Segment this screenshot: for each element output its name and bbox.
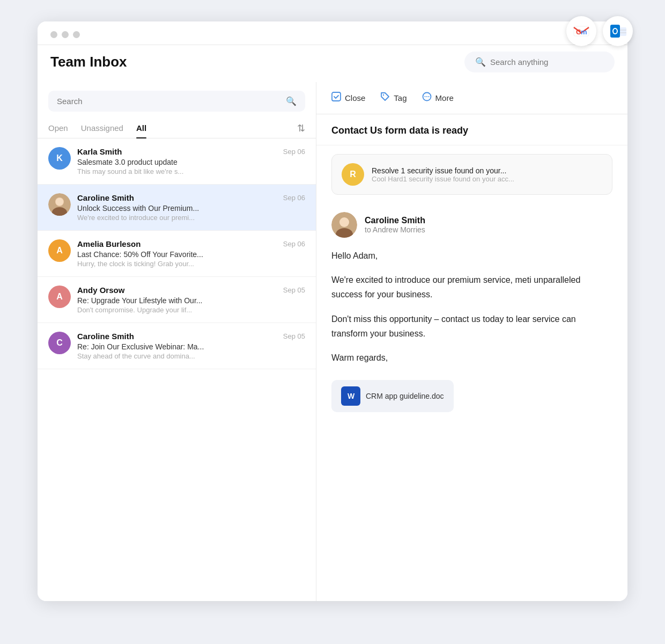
panel-search-area: 🔍 [38, 82, 316, 118]
email-preview-4: Don't compromise. Upgrade your lif... [77, 306, 305, 314]
window-dot-2 [62, 31, 69, 38]
attachment[interactable]: W CRM app guideline.doc [331, 380, 454, 412]
tab-open[interactable]: Open [48, 118, 68, 138]
window-dots [50, 31, 615, 38]
email-subject-1: Salesmate 3.0 product update [77, 158, 305, 166]
email-body-4: Andy Orsow Sep 05 Re: Upgrade Your Lifes… [77, 286, 305, 314]
more-action-button[interactable]: More [422, 92, 454, 104]
avatar-caroline-2: C [48, 332, 71, 354]
email-meta-4: Andy Orsow Sep 05 [77, 286, 305, 295]
email-body-text: Hello Adam, We're excited to introduce o… [331, 248, 612, 365]
left-panel: 🔍 Open Unassigned All ⇅ K Karla Smith [38, 82, 316, 601]
notif-title: Resolve 1 security issue found on your..… [372, 166, 514, 175]
main-content: 🔍 Open Unassigned All ⇅ K Karla Smith [38, 82, 627, 601]
close-action-icon [331, 92, 341, 104]
attachment-filename: CRM app guideline.doc [366, 392, 444, 400]
close-action-button[interactable]: Close [331, 92, 365, 104]
action-bar: Close Tag [316, 82, 627, 114]
email-detail: Caroline Smith to Andrew Morries Hello A… [316, 203, 627, 601]
email-subject-3: Last Chance: 50% Off Your Favorite... [77, 250, 305, 259]
email-tabs: Open Unassigned All ⇅ [38, 118, 316, 138]
outlook-icon-btn[interactable] [603, 16, 633, 46]
svg-point-13 [56, 198, 63, 206]
email-body-5: Caroline Smith Sep 05 Re: Join Our Exclu… [77, 332, 305, 360]
svg-point-18 [426, 96, 427, 97]
email-meta-2: Caroline Smith Sep 06 [77, 193, 305, 202]
page-title: Team Inbox [50, 54, 127, 70]
gmail-icon-btn[interactable]: G m [566, 16, 596, 46]
svg-point-17 [424, 96, 425, 97]
sort-icon[interactable]: ⇅ [297, 122, 305, 134]
detail-sender-info: Caroline Smith to Andrew Morries [365, 216, 425, 234]
svg-point-15 [383, 94, 384, 96]
email-meta-5: Caroline Smith Sep 05 [77, 332, 305, 341]
avatar-andy: A [48, 286, 71, 308]
email-subject-5: Re: Join Our Exclusive Webinar: Ma... [77, 342, 305, 351]
email-subject-header: Contact Us form data is ready [316, 114, 627, 145]
svg-text:m: m [581, 28, 587, 36]
panel-search-icon: 🔍 [286, 96, 297, 106]
email-body-3: Amelia Burleson Sep 06 Last Chance: 50% … [77, 239, 305, 268]
detail-to: to Andrew Morries [365, 225, 425, 234]
email-item-5[interactable]: C Caroline Smith Sep 05 Re: Join Our Exc… [38, 323, 316, 369]
svg-point-19 [428, 96, 429, 97]
more-action-icon [422, 92, 432, 104]
email-para-2: Don't miss this opportunity – contact us… [331, 312, 612, 341]
top-app-icons: G m [566, 16, 633, 46]
email-list: K Karla Smith Sep 06 Salesmate 3.0 produ… [38, 138, 316, 601]
tab-all[interactable]: All [136, 118, 146, 138]
global-search-bar[interactable]: 🔍 [464, 52, 615, 72]
notif-content: Resolve 1 security issue found on your..… [372, 166, 514, 183]
avatar-amelia: A [48, 239, 71, 262]
email-item-1[interactable]: K Karla Smith Sep 06 Salesmate 3.0 produ… [38, 138, 316, 185]
panel-search-box[interactable]: 🔍 [48, 91, 305, 112]
email-body-1: Karla Smith Sep 06 Salesmate 3.0 product… [77, 147, 305, 175]
avatar-caroline [48, 193, 71, 216]
attachment-icon: W [341, 386, 360, 406]
email-detail-header: Caroline Smith to Andrew Morries [331, 212, 612, 238]
svg-point-6 [614, 29, 617, 33]
email-para-3: Warm regards, [331, 350, 612, 365]
email-para-1: We're excited to introduce our premium s… [331, 273, 612, 302]
window-dot-3 [73, 31, 80, 38]
svg-rect-7 [620, 27, 626, 36]
email-date-1: Sep 06 [283, 148, 305, 156]
window-chrome [38, 21, 627, 45]
notif-subtitle: Cool Hard1 security issue found on your … [372, 175, 514, 183]
email-sender-4: Andy Orsow [77, 286, 124, 295]
tag-action-label: Tag [394, 93, 407, 103]
notification-card[interactable]: R Resolve 1 security issue found on your… [331, 154, 612, 195]
svg-point-21 [339, 217, 349, 227]
email-item-3[interactable]: A Amelia Burleson Sep 06 Last Chance: 50… [38, 231, 316, 277]
detail-sender-name: Caroline Smith [365, 216, 425, 225]
tab-unassigned[interactable]: Unassigned [81, 118, 123, 138]
tag-action-button[interactable]: Tag [380, 92, 407, 104]
email-item-2[interactable]: Caroline Smith Sep 06 Unlock Success wit… [38, 185, 316, 231]
email-body-2: Caroline Smith Sep 06 Unlock Success wit… [77, 193, 305, 222]
panel-search-input[interactable] [57, 97, 282, 106]
more-action-label: More [435, 93, 454, 103]
global-search-icon: 🔍 [475, 57, 486, 67]
svg-rect-14 [332, 92, 341, 101]
email-item-4[interactable]: A Andy Orsow Sep 05 Re: Upgrade Your Lif… [38, 277, 316, 323]
email-subject-4: Re: Upgrade Your Lifestyle with Our... [77, 296, 305, 305]
tag-action-icon [380, 92, 390, 104]
email-para-0: Hello Adam, [331, 248, 612, 263]
right-panel: Close Tag [316, 82, 627, 601]
email-preview-3: Hurry, the clock is ticking! Grab your..… [77, 260, 305, 268]
email-date-2: Sep 06 [283, 194, 305, 202]
close-action-label: Close [345, 93, 365, 103]
email-preview-2: We're excited to introduce our premi... [77, 214, 305, 222]
detail-sender-avatar [331, 212, 357, 238]
email-date-3: Sep 06 [283, 240, 305, 248]
email-subject-2: Unlock Success with Our Premium... [77, 204, 305, 213]
window-dot-1 [50, 31, 57, 38]
email-sender-5: Caroline Smith [77, 332, 134, 341]
email-sender-3: Amelia Burleson [77, 239, 141, 248]
email-preview-1: This may sound a bit like we're s... [77, 167, 305, 175]
email-meta-1: Karla Smith Sep 06 [77, 147, 305, 156]
avatar-karla: K [48, 147, 71, 170]
email-sender-2: Caroline Smith [77, 193, 134, 202]
email-date-5: Sep 05 [283, 332, 305, 340]
global-search-input[interactable] [490, 57, 587, 67]
